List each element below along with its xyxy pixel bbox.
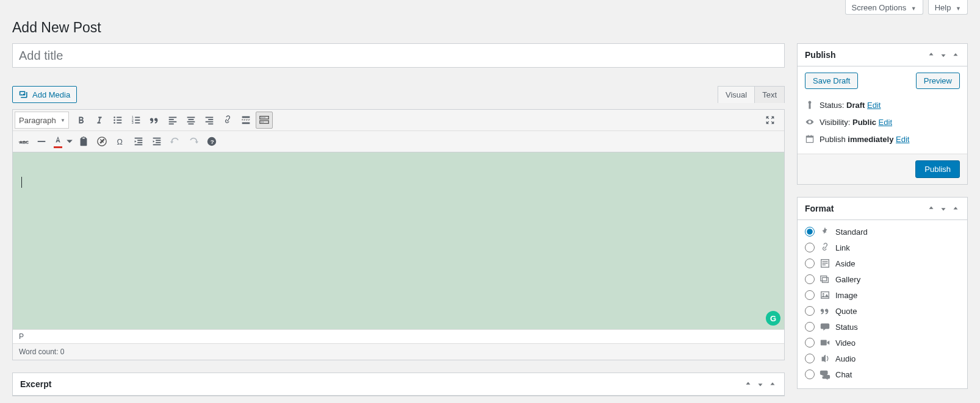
post-title-input[interactable]	[12, 43, 785, 68]
format-option-link[interactable]: Link	[805, 240, 960, 255]
paste-text-button[interactable]	[75, 133, 92, 150]
format-radio[interactable]	[805, 290, 815, 300]
redo-button[interactable]	[185, 133, 202, 150]
move-down-icon[interactable]	[939, 204, 948, 213]
text-color-button[interactable]	[51, 133, 65, 150]
visual-tab[interactable]: Visual	[718, 86, 755, 103]
format-option-gallery[interactable]: Gallery	[805, 271, 960, 287]
distraction-free-button[interactable]	[762, 112, 779, 129]
text-color-dropdown[interactable]	[65, 133, 74, 150]
format-radio[interactable]	[805, 354, 815, 363]
gallery-icon	[820, 274, 830, 285]
bold-button[interactable]	[73, 112, 90, 129]
save-draft-button[interactable]: Save Draft	[805, 73, 858, 89]
svg-point-59	[823, 293, 824, 295]
hr-button[interactable]	[33, 133, 50, 150]
move-up-icon[interactable]	[744, 380, 752, 388]
paragraph-format-select[interactable]: Paragraph	[15, 112, 69, 129]
move-down-icon[interactable]	[939, 51, 948, 59]
toggle-icon[interactable]	[951, 204, 960, 213]
svg-rect-20	[206, 117, 214, 118]
format-radio[interactable]	[805, 306, 815, 316]
calendar-icon	[805, 134, 815, 144]
format-option-audio[interactable]: Audio	[805, 351, 960, 366]
bullet-list-button[interactable]	[109, 112, 126, 129]
publish-button[interactable]: Publish	[915, 160, 960, 178]
help-button[interactable]: ?	[203, 133, 220, 150]
format-label: Status	[835, 323, 858, 332]
format-option-chat[interactable]: Chat	[805, 366, 960, 382]
excerpt-title: Excerpt	[20, 379, 51, 389]
numbered-list-button[interactable]: 123	[128, 112, 145, 129]
preview-button[interactable]: Preview	[916, 73, 960, 89]
edit-status-link[interactable]: Edit	[867, 101, 881, 110]
format-label: Link	[835, 243, 850, 252]
excerpt-metabox: Excerpt	[12, 373, 785, 396]
grammarly-icon[interactable]: G	[766, 311, 780, 326]
element-path: P	[13, 329, 784, 343]
svg-rect-58	[821, 292, 829, 299]
blockquote-button[interactable]	[146, 112, 163, 129]
undo-button[interactable]	[167, 133, 184, 150]
svg-rect-45	[153, 144, 161, 146]
move-up-icon[interactable]	[927, 51, 935, 59]
format-radio[interactable]	[805, 322, 815, 332]
status-icon	[820, 321, 830, 332]
svg-rect-17	[189, 119, 194, 120]
svg-point-0	[113, 116, 115, 118]
align-left-button[interactable]	[164, 112, 181, 129]
format-radio[interactable]	[805, 243, 815, 252]
svg-rect-19	[189, 123, 194, 124]
text-color-indicator	[54, 146, 62, 148]
move-up-icon[interactable]	[927, 204, 935, 213]
edit-date-link[interactable]: Edit	[896, 135, 909, 144]
add-media-button[interactable]: Add Media	[12, 86, 77, 103]
svg-rect-14	[169, 121, 177, 123]
format-radio[interactable]	[805, 369, 815, 379]
strikethrough-button[interactable]: ABC	[15, 133, 32, 150]
svg-rect-33	[262, 122, 264, 123]
svg-rect-53	[823, 261, 828, 262]
format-option-status[interactable]: Status	[805, 319, 960, 335]
svg-rect-15	[169, 123, 174, 124]
outdent-button[interactable]	[130, 133, 147, 150]
svg-rect-16	[187, 117, 195, 118]
italic-button[interactable]	[91, 112, 108, 129]
format-radio[interactable]	[805, 259, 815, 268]
help-tab[interactable]: Help ▼	[928, 0, 968, 15]
clear-formatting-button[interactable]	[93, 133, 110, 150]
link-button[interactable]	[219, 112, 236, 129]
format-radio[interactable]	[805, 274, 815, 284]
align-center-button[interactable]	[182, 112, 200, 129]
edit-visibility-link[interactable]: Edit	[879, 118, 892, 127]
svg-rect-11	[135, 123, 140, 124]
format-option-aside[interactable]: Aside	[805, 255, 960, 271]
status-row: Status: Draft Edit	[805, 96, 960, 113]
svg-rect-41	[135, 144, 143, 146]
svg-rect-24	[242, 116, 250, 118]
svg-rect-44	[156, 142, 160, 143]
schedule-row: Publish immediately Edit	[805, 130, 960, 148]
format-option-standard[interactable]: Standard	[805, 224, 960, 240]
format-radio[interactable]	[805, 227, 815, 237]
toolbar-toggle-button[interactable]	[256, 112, 273, 129]
special-char-button[interactable]: Ω	[112, 133, 129, 150]
svg-rect-60	[821, 340, 827, 346]
toggle-icon[interactable]	[768, 380, 777, 388]
align-right-button[interactable]	[201, 112, 218, 129]
indent-button[interactable]	[148, 133, 165, 150]
eye-icon	[805, 117, 815, 127]
screen-options-tab[interactable]: Screen Options ▼	[845, 0, 923, 15]
svg-point-4	[113, 122, 115, 124]
add-media-label: Add Media	[32, 90, 70, 99]
text-tab[interactable]: Text	[754, 86, 785, 103]
format-radio[interactable]	[805, 338, 815, 348]
readmore-button[interactable]	[237, 112, 254, 129]
format-option-video[interactable]: Video	[805, 335, 960, 351]
format-option-quote[interactable]: Quote	[805, 303, 960, 319]
toggle-icon[interactable]	[951, 51, 960, 59]
format-option-image[interactable]: Image	[805, 287, 960, 303]
svg-rect-21	[208, 119, 213, 120]
post-content-editor[interactable]: G	[13, 152, 784, 329]
move-down-icon[interactable]	[756, 380, 765, 388]
